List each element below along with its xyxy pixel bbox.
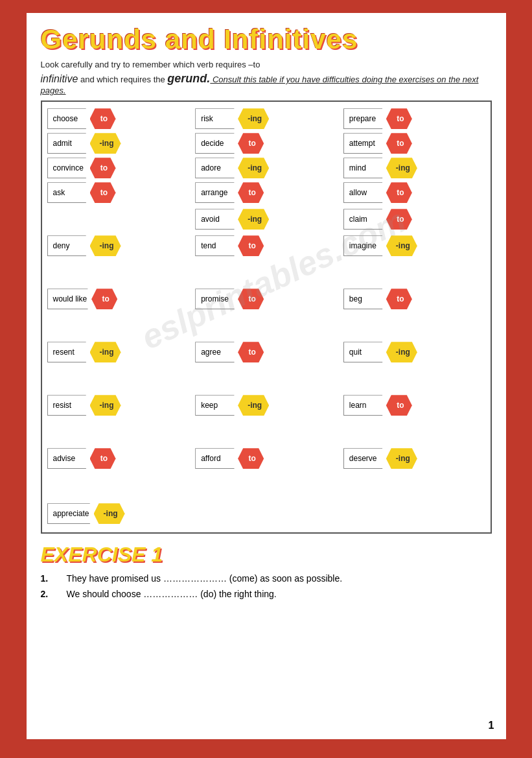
verb-row: tendto <box>195 235 337 256</box>
verb-label: afford <box>195 448 239 469</box>
subtitle-text3: and which requires the <box>78 75 167 84</box>
verb-label: claim <box>343 209 387 230</box>
verb-row: decideto <box>195 133 337 154</box>
verb-row: risk-ing <box>195 108 337 129</box>
verb-row: avoid-ing <box>195 207 337 231</box>
verb-type-arrow: -ing <box>90 342 121 362</box>
verb-row <box>195 473 337 497</box>
verb-label: deserve <box>343 448 387 469</box>
verb-label: avoid <box>195 209 239 230</box>
exercise-item: 1.They have promised us ………………… (come) a… <box>41 573 492 584</box>
verb-label: appreciate <box>47 503 95 524</box>
verb-label: keep <box>195 395 239 416</box>
verb-type-arrow: to <box>386 108 412 129</box>
verb-type-arrow: to <box>238 235 264 256</box>
verb-row <box>343 473 485 497</box>
verb-label: learn <box>343 395 387 416</box>
verb-type-arrow: to <box>386 395 412 416</box>
verb-label: quit <box>343 342 387 362</box>
verb-row <box>195 501 337 526</box>
verb-label: beg <box>343 289 387 309</box>
verb-row: would liketo <box>47 289 189 309</box>
verb-type-arrow: to <box>90 108 116 129</box>
verb-row: imagine-ing <box>343 235 485 256</box>
verb-label: adore <box>195 158 239 178</box>
verb-grid: choosetorisk-ingpreparetoadmit-ingdecide… <box>47 108 485 526</box>
verb-label: arrange <box>195 182 239 203</box>
verb-type-arrow: -ing <box>386 235 417 256</box>
subtitle-block: Look carefully and try to remember which… <box>41 60 492 95</box>
verb-type-arrow: to <box>238 182 264 203</box>
verb-label: convince <box>47 158 91 178</box>
verb-row: deny-ing <box>47 235 189 256</box>
verb-type-arrow: -ing <box>90 395 121 416</box>
verb-row: admit-ing <box>47 133 189 154</box>
verb-type-arrow: to <box>386 209 412 230</box>
verb-label: risk <box>195 108 239 129</box>
exercise-number: 1. <box>41 573 56 584</box>
verb-type-arrow: -ing <box>386 342 417 362</box>
verb-row <box>195 420 337 444</box>
verb-type-arrow: to <box>238 448 264 469</box>
verb-label: attempt <box>343 133 387 154</box>
verb-type-arrow: -ing <box>386 448 417 469</box>
exercise-item: 2.We should choose ……………… (do) the right… <box>41 589 492 599</box>
verb-type-arrow: to <box>238 133 264 154</box>
verb-label: resist <box>47 395 91 416</box>
verb-type-arrow: to <box>238 289 264 309</box>
verb-type-arrow: to <box>386 182 412 203</box>
exercise-list: 1.They have promised us ………………… (come) a… <box>41 573 492 599</box>
verb-type-arrow: -ing <box>238 209 269 230</box>
verb-row: resist-ing <box>47 395 189 416</box>
page-number: 1 <box>489 720 494 731</box>
verb-row: keep-ing <box>195 395 337 416</box>
verb-row: affordto <box>195 448 337 469</box>
verb-row: chooseto <box>47 108 189 129</box>
verb-type-arrow: to <box>90 158 116 178</box>
verb-row: resent-ing <box>47 342 189 362</box>
verb-row: learnto <box>343 395 485 416</box>
exercise-section: EXERCISE 1 1.They have promised us ……………… <box>41 543 492 599</box>
verb-label: advise <box>47 448 91 469</box>
verb-type-arrow: -ing <box>238 158 269 178</box>
subtitle-infinitive: infinitive <box>41 73 78 84</box>
verb-label: agree <box>195 342 239 362</box>
verb-type-arrow: to <box>90 182 116 203</box>
verb-row: arrangeto <box>195 182 337 203</box>
verb-label: deny <box>47 235 91 256</box>
subtitle-text1: Look carefully and try to remember which… <box>41 60 260 69</box>
verb-row: begto <box>343 289 485 309</box>
exercise-title: EXERCISE 1 <box>41 543 492 567</box>
page: Gerunds and Infinitives Look carefully a… <box>27 13 506 739</box>
verb-type-arrow: to <box>386 289 412 309</box>
verb-row: allowto <box>343 182 485 203</box>
exercise-number: 2. <box>41 589 56 599</box>
verb-label: admit <box>47 133 91 154</box>
verb-row <box>343 313 485 338</box>
verb-row: askto <box>47 182 189 203</box>
verb-row <box>47 420 189 444</box>
exercise-text: They have promised us ………………… (come) as … <box>67 573 343 584</box>
verb-row <box>47 260 189 285</box>
verb-row <box>47 473 189 497</box>
verb-row: prepareto <box>343 108 485 129</box>
verb-label: allow <box>343 182 387 203</box>
verb-row: appreciate-ing <box>47 501 189 526</box>
verb-label: mind <box>343 158 387 178</box>
subtitle-gerund: gerund. <box>167 72 210 85</box>
verb-type-arrow: to <box>91 289 117 309</box>
verb-row: convinceto <box>47 158 189 178</box>
verb-label: promise <box>195 289 239 309</box>
verb-type-arrow: -ing <box>238 395 269 416</box>
verb-label: choose <box>47 108 91 129</box>
page-title: Gerunds and Infinitives <box>41 25 492 54</box>
verb-row: adore-ing <box>195 158 337 178</box>
verb-row: adviseto <box>47 448 189 469</box>
verb-row <box>343 366 485 391</box>
verb-type-arrow: -ing <box>90 133 121 154</box>
verb-label: decide <box>195 133 239 154</box>
verb-type-arrow: -ing <box>386 158 417 178</box>
verb-label: ask <box>47 182 91 203</box>
verb-row: attemptto <box>343 133 485 154</box>
verbs-table: choosetorisk-ingpreparetoadmit-ingdecide… <box>41 101 492 534</box>
